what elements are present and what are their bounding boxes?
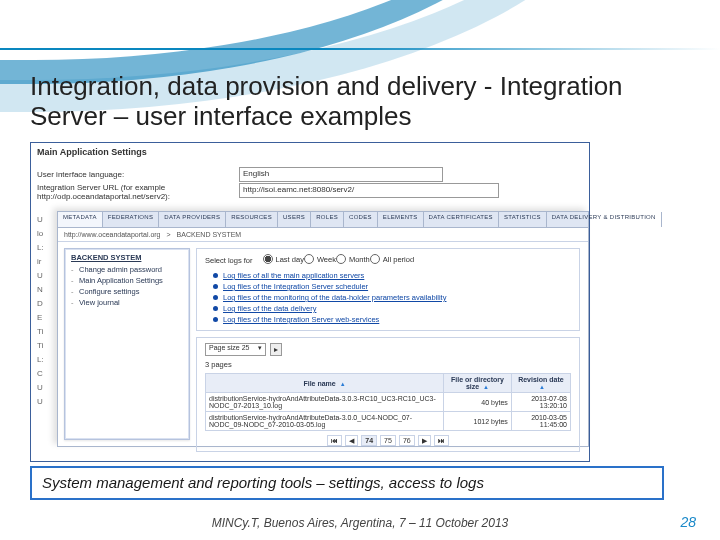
log-link[interactable]: Log files of the monitoring of the data-… — [211, 292, 571, 303]
tab-metadata[interactable]: METADATA — [58, 212, 103, 227]
screenshot-frame: Main Application Settings User interface… — [30, 142, 590, 462]
sidebar-item[interactable]: Configure settings — [65, 286, 189, 297]
pager-chip[interactable]: ⏮ — [327, 435, 342, 446]
log-link[interactable]: Log files of all the main application se… — [211, 270, 571, 281]
page-size-select[interactable]: Page size 25 — [205, 343, 266, 356]
radio-last-day[interactable]: Last day — [263, 254, 304, 264]
sidebar: BACKEND SYSTEM Change admin passwordMain… — [64, 248, 190, 440]
pager-chip[interactable]: 75 — [380, 435, 396, 446]
log-links: Log files of all the main application se… — [211, 270, 571, 325]
log-period-row: Select logs for Last dayWeekMonthAll per… — [205, 254, 571, 266]
radio-week[interactable]: Week — [304, 254, 336, 264]
sidebar-item[interactable]: Main Application Settings — [65, 275, 189, 286]
go-button[interactable]: ▸ — [270, 343, 282, 356]
pager-chip[interactable]: 74 — [361, 435, 377, 446]
main-panel: Select logs for Last dayWeekMonthAll per… — [196, 242, 588, 446]
tab-federations[interactable]: FEDERATIONS — [103, 212, 160, 227]
decorative-line — [0, 48, 720, 50]
table-col[interactable]: File or directory size ▲ — [444, 374, 512, 393]
log-link[interactable]: Log files of the Integration Server sche… — [211, 281, 571, 292]
table-col[interactable]: Revision date ▲ — [511, 374, 570, 393]
back-window-title: Main Application Settings — [37, 147, 147, 157]
pager-chip[interactable]: ◀ — [345, 435, 358, 446]
log-link[interactable]: Log files of the data delivery — [211, 303, 571, 314]
pager-chip[interactable]: ⏭ — [434, 435, 449, 446]
log-link[interactable]: Log files of the Integration Server web-… — [211, 314, 571, 325]
language-label: User interface language: — [37, 170, 233, 179]
page-title: Integration, data provision and delivery… — [30, 72, 690, 132]
language-input[interactable]: English — [239, 167, 443, 182]
sidebar-item[interactable]: Change admin password — [65, 264, 189, 275]
pages-count: 3 pages — [205, 360, 571, 369]
obscured-labels: UloL:irUNDETiTiL:CUU — [37, 213, 44, 409]
breadcrumb: http://www.oceandataportal.org > BACKEND… — [58, 228, 588, 242]
sidebar-title: BACKEND SYSTEM — [65, 249, 189, 264]
table-row[interactable]: distributionService-hydroAndAttributeDat… — [206, 393, 571, 412]
pager-chip[interactable]: 76 — [399, 435, 415, 446]
radio-month[interactable]: Month — [336, 254, 370, 264]
radio-all-period[interactable]: All period — [370, 254, 414, 264]
tab-statistics[interactable]: STATISTICS — [499, 212, 547, 227]
breadcrumb-section: BACKEND SYSTEM — [177, 231, 242, 238]
tab-elements[interactable]: ELEMENTS — [378, 212, 424, 227]
log-table: File name ▲File or directory size ▲Revis… — [205, 373, 571, 431]
logs-label: Select logs for — [205, 256, 253, 265]
pager: ⏮◀747576▶⏭ — [205, 435, 571, 446]
page-size-row: Page size 25 ▸ — [205, 343, 571, 356]
footer-text: MINCy.T, Buenos Aires, Argentina, 7 – 11… — [0, 516, 720, 530]
logs-fieldset: Select logs for Last dayWeekMonthAll per… — [196, 248, 580, 331]
tab-data-providers[interactable]: DATA PROVIDERS — [159, 212, 226, 227]
front-body: BACKEND SYSTEM Change admin passwordMain… — [58, 242, 588, 446]
tab-data-delivery-distribution[interactable]: DATA DELIVERY & DISTRIBUTION — [547, 212, 662, 227]
breadcrumb-sep: > — [167, 231, 171, 238]
language-row: User interface language: English — [37, 167, 583, 182]
slide-number: 28 — [680, 514, 696, 530]
tab-roles[interactable]: ROLES — [311, 212, 344, 227]
tab-data-certificates[interactable]: DATA CERTIFICATES — [424, 212, 499, 227]
tab-bar: METADATAFEDERATIONSDATA PROVIDERSRESOURC… — [58, 212, 588, 228]
url-row: Integration Server URL (for example http… — [37, 183, 583, 201]
tab-users[interactable]: USERS — [278, 212, 311, 227]
tab-resources[interactable]: RESOURCES — [226, 212, 278, 227]
table-row[interactable]: distributionService-hydroAndAttributeDat… — [206, 412, 571, 431]
caption-box: System management and reporting tools – … — [30, 466, 664, 500]
pager-chip[interactable]: ▶ — [418, 435, 431, 446]
table-col[interactable]: File name ▲ — [206, 374, 444, 393]
url-label: Integration Server URL (for example http… — [37, 183, 233, 201]
sidebar-item[interactable]: View journal — [65, 297, 189, 308]
breadcrumb-url: http://www.oceandataportal.org — [64, 231, 161, 238]
results-fieldset: Page size 25 ▸ 3 pages File name ▲File o… — [196, 337, 580, 452]
tab-codes[interactable]: CODES — [344, 212, 378, 227]
url-input[interactable]: http://isoi.eamc.net:8080/serv2/ — [239, 183, 499, 198]
caption-text: System management and reporting tools – … — [42, 474, 484, 491]
front-window: METADATAFEDERATIONSDATA PROVIDERSRESOURC… — [57, 211, 589, 447]
